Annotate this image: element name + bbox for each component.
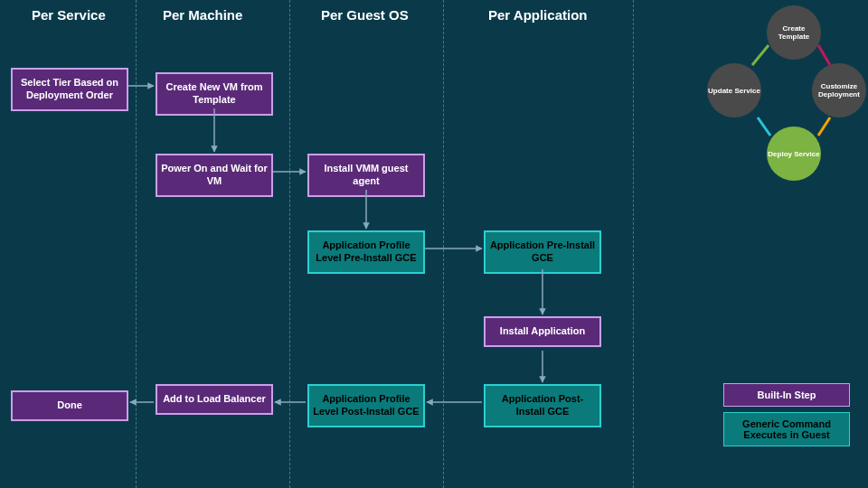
legend-gce: Generic Command Executes in Guest bbox=[723, 412, 850, 446]
header-guest: Per Guest OS bbox=[321, 7, 409, 23]
svg-line-10 bbox=[752, 45, 769, 65]
box-app-post: Application Post-Install GCE bbox=[484, 384, 601, 427]
header-machine: Per Machine bbox=[163, 7, 242, 23]
legend: Built-In Step Generic Command Executes i… bbox=[723, 378, 850, 452]
box-profile-pre: Application Profile Level Pre-Install GC… bbox=[307, 230, 425, 274]
svg-line-13 bbox=[818, 117, 830, 136]
box-create-vm: Create New VM from Template bbox=[156, 72, 273, 116]
box-add-lb: Add to Load Balancer bbox=[156, 384, 273, 415]
box-profile-post: Application Profile Level Post-Install G… bbox=[307, 384, 425, 427]
svg-line-11 bbox=[818, 45, 830, 65]
circle-create-template: Create Template bbox=[767, 5, 821, 60]
box-app-pre: Application Pre-Install GCE bbox=[484, 230, 601, 274]
header-app: Per Application bbox=[488, 7, 587, 23]
circle-update-service: Update Service bbox=[707, 63, 761, 117]
header-service: Per Service bbox=[32, 7, 106, 23]
svg-line-12 bbox=[758, 117, 770, 136]
box-select-tier: Select Tier Based on Deployment Order bbox=[11, 68, 128, 111]
column-headers: Per Service Per Machine Per Guest OS Per… bbox=[0, 0, 868, 36]
legend-builtin: Built-In Step bbox=[723, 383, 850, 407]
box-power-on: Power On and Wait for VM bbox=[156, 154, 273, 197]
box-install-agent: Install VMM guest agent bbox=[307, 154, 425, 197]
box-done: Done bbox=[11, 390, 128, 421]
circle-deploy-service: Deploy Service bbox=[767, 127, 821, 181]
box-install-app: Install Application bbox=[484, 316, 601, 347]
circle-customize-deploy: Customize Deployment bbox=[812, 63, 866, 117]
